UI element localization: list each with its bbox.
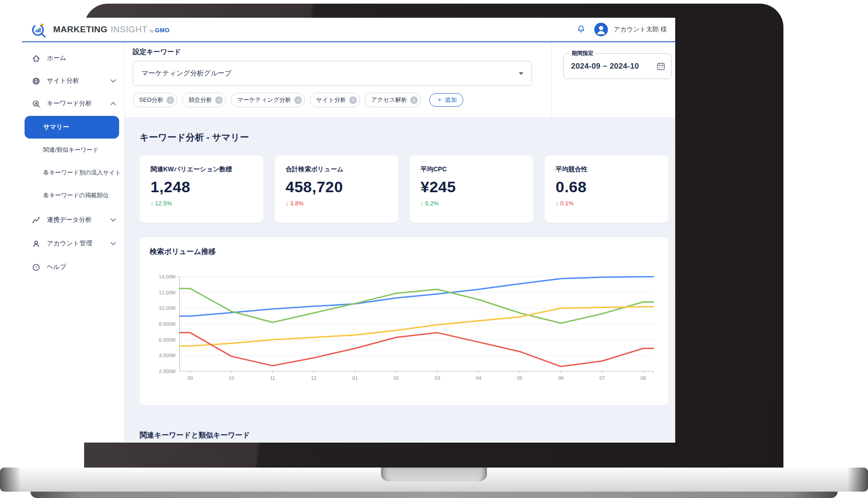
svg-text:04: 04 — [476, 375, 481, 381]
kpi-label: 合計検索ボリューム — [286, 165, 387, 174]
chevron-down-icon — [110, 79, 116, 83]
brand-by: by — [150, 29, 154, 33]
laptop-notch — [381, 468, 487, 481]
add-keyword-label: 追加 — [445, 96, 457, 104]
svg-text:2.000M: 2.000M — [159, 369, 176, 374]
svg-text:05: 05 — [517, 375, 522, 381]
period-range-input[interactable]: 期間指定 2024-09 ~ 2024-10 — [563, 53, 672, 79]
kpi-label: 平均CPC — [421, 165, 522, 174]
kpi-card-avg-competition: 平均競合性 0.68 ↓ 0.1% — [545, 155, 668, 223]
chart-title: 検索ボリューム推移 — [150, 247, 658, 257]
svg-text:09: 09 — [187, 375, 193, 381]
remove-tag-icon[interactable]: × — [294, 96, 302, 104]
sidebar-item-summary-active[interactable]: サマリー — [25, 116, 119, 139]
sidebar-item-label: キーワード分析 — [47, 100, 92, 108]
kpi-value: 1,248 — [151, 178, 252, 196]
keyword-tag-label: マーケティング分析 — [237, 96, 291, 104]
sidebar-item-keyword-analysis[interactable]: キーワード分析 — [22, 93, 124, 114]
sidebar: ホーム サイト分析 — [22, 42, 125, 442]
svg-text:6.000M: 6.000M — [159, 337, 176, 343]
sidebar-item-label: ホーム — [47, 54, 66, 62]
page-title: キーワード分析 - サマリー — [140, 131, 668, 144]
svg-text:14.00M: 14.00M — [159, 274, 176, 279]
notifications-button[interactable] — [576, 25, 586, 35]
laptop-mockup: MARKETING INSIGHT by GMO アカ — [0, 0, 868, 498]
sidebar-item-label: 各キーワードの掲載順位 — [43, 191, 109, 199]
kpi-value: 458,720 — [286, 178, 387, 196]
period-label: 期間指定 — [569, 50, 596, 57]
remove-tag-icon[interactable]: × — [410, 96, 418, 104]
select-caret-icon — [519, 72, 523, 75]
svg-text:08: 08 — [641, 375, 646, 381]
calendar-icon[interactable] — [656, 61, 666, 71]
brand-logo: MARKETING INSIGHT by GMO — [31, 20, 170, 39]
keyword-tag[interactable]: アクセス解析 × — [365, 93, 421, 107]
marketing-insight-logo-icon — [31, 20, 49, 39]
account-name: アカウント太郎 様 — [613, 25, 667, 34]
svg-text:02: 02 — [393, 375, 399, 381]
period-value: 2024-09 ~ 2024-10 — [571, 62, 639, 71]
keyword-tag[interactable]: 競合分析 × — [182, 93, 226, 107]
sidebar-item-inflow-sites[interactable]: 各キーワード別の流入サイト — [22, 161, 124, 184]
sidebar-item-label: 関連/類似キーワード — [43, 146, 99, 154]
period-panel: 期間指定 2024-09 ~ 2024-10 — [551, 42, 675, 117]
svg-text:10: 10 — [229, 375, 234, 381]
keyword-tag-label: SEO分析 — [139, 96, 163, 104]
svg-text:12.00M: 12.00M — [159, 290, 176, 295]
chevron-down-icon — [110, 242, 116, 245]
sidebar-item-site-analysis[interactable]: サイト分析 — [22, 70, 124, 91]
sidebar-item-home[interactable]: ホーム — [22, 48, 124, 69]
plus-icon: ＋ — [436, 96, 442, 104]
kpi-value: ¥245 — [421, 178, 522, 196]
kpi-label: 平均競合性 — [556, 165, 657, 174]
remove-tag-icon[interactable]: × — [349, 96, 357, 104]
svg-text:03: 03 — [435, 375, 440, 381]
keyword-group-select[interactable]: マーケティング分析グループ — [133, 61, 532, 86]
kpi-card-kw-variations: 関連KWバリエーション数標 1,248 ↑ 12.5% — [140, 155, 263, 223]
kpi-delta: ↓ 0.1% — [556, 200, 657, 207]
sidebar-item-label: サイト分析 — [47, 77, 79, 85]
globe-icon — [32, 77, 40, 85]
kpi-delta: ↑ 5.2% — [421, 200, 522, 207]
keyword-tag[interactable]: サイト分析 × — [310, 93, 360, 107]
sidebar-item-account[interactable]: アカウント管理 — [22, 233, 124, 254]
kpi-card-avg-cpc: 平均CPC ¥245 ↑ 5.2% — [410, 155, 533, 223]
keyword-group-selected-value: マーケティング分析グループ — [141, 69, 231, 78]
remove-tag-icon[interactable]: × — [166, 96, 174, 104]
keyword-settings-label: 設定キーワード — [133, 48, 542, 56]
kpi-card-total-search-volume: 合計検索ボリューム 458,720 ↓ 3.8% — [275, 155, 398, 223]
search-volume-chart: 14.00M12.00M10.00M8.000M6.000M4.000M2.00… — [150, 270, 658, 384]
help-icon: ? — [32, 263, 40, 272]
keyword-tag-label: サイト分析 — [316, 96, 346, 104]
search-volume-chart-card: 検索ボリューム推移 14.00M12.00M10.00M8.000M6.000M… — [140, 237, 668, 405]
kpi-delta: ↑ 12.5% — [151, 200, 252, 207]
svg-text:06: 06 — [558, 375, 564, 381]
account-menu[interactable]: アカウント太郎 様 — [594, 23, 667, 36]
svg-text:11: 11 — [270, 375, 275, 381]
user-icon — [32, 239, 40, 248]
svg-text:10.00M: 10.00M — [159, 305, 176, 311]
sidebar-item-help[interactable]: ? ヘルプ — [22, 257, 124, 278]
keyword-tag[interactable]: マーケティング分析 × — [231, 93, 305, 107]
brand-name-light: INSIGHT — [111, 25, 148, 35]
kpi-label: 関連KWバリエーション数標 — [151, 165, 252, 174]
sidebar-item-label: アカウント管理 — [47, 239, 92, 248]
chevron-up-icon — [110, 102, 116, 105]
brand-name-bold: MARKETING — [53, 25, 108, 35]
keyword-search-icon — [32, 100, 40, 108]
remove-tag-icon[interactable]: × — [215, 96, 223, 104]
brand-gmo: GMO — [155, 27, 170, 34]
sidebar-item-label: 連携データ分析 — [47, 216, 92, 224]
home-icon — [32, 54, 40, 63]
keyword-tag[interactable]: SEO分析 × — [133, 93, 177, 107]
sidebar-item-label: ヘルプ — [47, 263, 66, 271]
sidebar-item-related-keywords[interactable]: 関連/類似キーワード — [22, 139, 124, 161]
filter-bar: 設定キーワード マーケティング分析グループ SEO分析 × 競合分析 — [125, 42, 675, 118]
svg-text:8.000M: 8.000M — [159, 321, 176, 327]
sidebar-item-rankings[interactable]: 各キーワードの掲載順位 — [22, 184, 124, 207]
sidebar-item-linked-data[interactable]: 連携データ分析 — [22, 209, 124, 230]
chevron-down-icon — [110, 218, 116, 222]
add-keyword-button[interactable]: ＋ 追加 — [429, 93, 463, 107]
svg-text:?: ? — [35, 265, 37, 269]
svg-text:12: 12 — [311, 375, 316, 381]
